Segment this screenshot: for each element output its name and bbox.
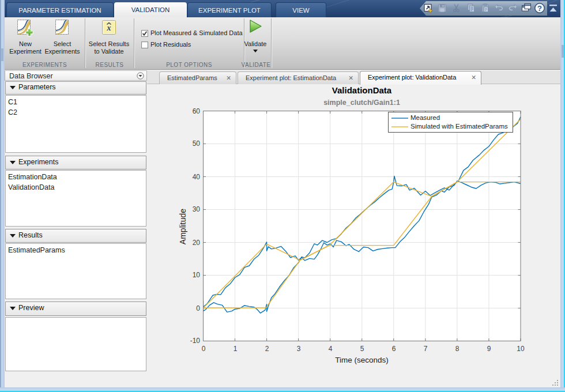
svg-text:x: x <box>107 24 111 32</box>
svg-text:?: ? <box>537 4 542 13</box>
